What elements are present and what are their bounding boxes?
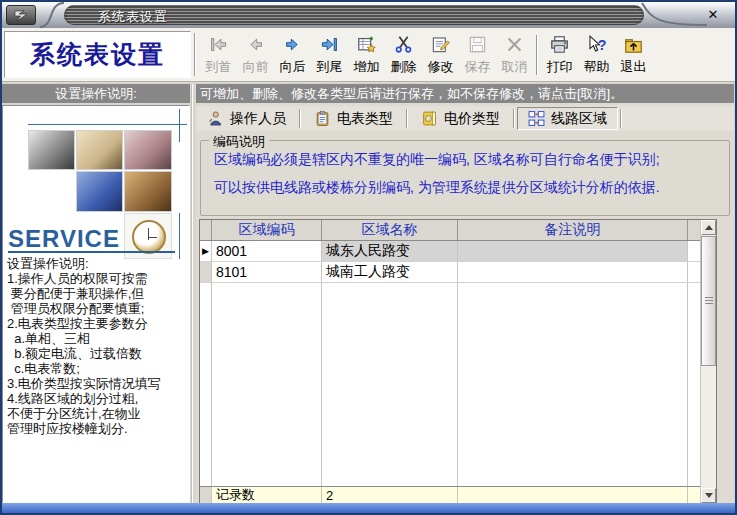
cell-area-name: 城东人民路变 <box>322 241 458 261</box>
cell-area-note <box>458 241 688 261</box>
tab-line-areas[interactable]: 线路区域 <box>517 107 618 130</box>
decor-line <box>28 124 187 125</box>
toolbar-button-print[interactable]: 打印 <box>541 30 578 80</box>
toolbar-button-label: 保存 <box>465 58 491 76</box>
toolbar-button-add[interactable]: 增加 <box>348 30 385 80</box>
row-indicator: ▶ <box>200 241 212 261</box>
tab-separator <box>406 109 408 128</box>
sidebar-header-text: 设置操作说明: <box>55 85 137 103</box>
app-logo-icon <box>6 5 36 25</box>
toolbar-button-prev[interactable]: 向前 <box>237 30 274 80</box>
window-title: 系统表设置 <box>98 8 168 26</box>
row-indicator: ▶ <box>200 262 212 282</box>
toolbar-button-save[interactable]: 保存 <box>459 30 496 80</box>
toolbar-button-delete[interactable]: 删除 <box>385 30 422 80</box>
scroll-down-icon <box>705 493 713 498</box>
toolbar-button-first[interactable]: 到首 <box>200 30 237 80</box>
tab-separator <box>299 109 301 128</box>
empty-gutter <box>200 283 212 486</box>
groupbox-line2: 可以按供电线路或楼栋分别编码, 为管理系统提供分区域统计分析的依据. <box>214 179 729 197</box>
window-bottom-strip <box>2 503 735 513</box>
edit-icon <box>430 35 451 57</box>
area-grid: 区域编码 区域名称 备注说明 ▶ 8001 城东人民路变 ▶ 8101 城南工人… <box>199 219 717 504</box>
close-icon: ✕ <box>708 7 719 22</box>
decor-line <box>179 109 180 142</box>
toolbar-button-edit[interactable]: 修改 <box>422 30 459 80</box>
scrollbar-grip-icon <box>705 297 713 305</box>
record-count-value: 2 <box>322 487 458 503</box>
panel-divider <box>191 84 193 503</box>
sidebar-header-bar: 设置操作说明: <box>2 84 190 103</box>
toolbar-button-help[interactable]: ? 帮助 <box>578 30 615 80</box>
empty-cell <box>458 283 688 486</box>
tab-separator <box>513 109 515 128</box>
footer-gutter <box>200 487 212 503</box>
tab-label: 电价类型 <box>444 110 500 128</box>
toolbar-separator <box>536 35 538 75</box>
grid-empty-area <box>200 283 716 486</box>
tab-price-types[interactable]: 电价类型 <box>410 107 511 130</box>
next-icon <box>282 35 303 57</box>
cell-area-code: 8001 <box>212 241 322 261</box>
sidebar: SERVICE 设置操作说明: 1.操作人员的权限可按需 要分配便于兼职操作,但… <box>2 105 190 503</box>
scroll-up-icon <box>705 225 713 230</box>
toolbar-button-label: 删除 <box>391 58 417 76</box>
meter-type-icon <box>314 110 331 127</box>
grid-header-row: 区域编码 区域名称 备注说明 <box>200 220 716 241</box>
help-icon: ? <box>586 35 607 57</box>
cell-area-note <box>458 262 688 282</box>
toolbar-button-label: 打印 <box>547 58 573 76</box>
delete-scissors-icon <box>393 35 414 57</box>
exit-icon <box>623 35 644 57</box>
photo-tools <box>28 130 75 170</box>
notice-bar: 可增加、删除、修改各类型后请进行保存，如不保存修改，请点击[取消]。 <box>196 84 734 103</box>
toolbar-buttons: 到首 向前 向后 到尾 增加 <box>200 30 652 80</box>
price-type-icon <box>421 110 438 127</box>
toolbar-button-exit[interactable]: 退出 <box>615 30 652 80</box>
service-brand-text: SERVICE <box>8 225 175 253</box>
toolbar-button-last[interactable]: 到尾 <box>311 30 348 80</box>
toolbar-button-cancel[interactable]: 取消 <box>496 30 533 80</box>
save-icon <box>467 35 488 57</box>
toolbar-button-next[interactable]: 向后 <box>274 30 311 80</box>
toolbar-separator <box>194 33 196 76</box>
app-title: 系统表设置 <box>30 38 165 71</box>
groupbox-line1: 区域编码必须是辖区内不重复的唯一编码, 区域名称可自行命名便于识别; <box>214 151 729 169</box>
help-question-glyph: ? <box>598 36 607 52</box>
toolbar-button-label: 到尾 <box>317 58 343 76</box>
table-row[interactable]: ▶ 8101 城南工人路变 <box>200 262 716 283</box>
toolbar: 系统表设置 到首 向前 向后 到尾 <box>2 28 735 82</box>
close-button[interactable]: ✕ <box>703 6 723 23</box>
sidebar-instructions: 设置操作说明: 1.操作人员的权限可按需 要分配便于兼职操作,但 管理员权限分配… <box>7 256 188 436</box>
photo-instruments <box>124 130 172 170</box>
tab-separator <box>620 109 622 128</box>
toolbar-button-label: 到首 <box>206 58 232 76</box>
cell-area-name: 城南工人路变 <box>322 262 458 282</box>
photo-leather <box>124 171 172 212</box>
print-icon <box>549 35 570 57</box>
notice-text: 可增加、删除、修改各类型后请进行保存，如不保存修改，请点击[取消]。 <box>200 85 623 103</box>
photo-keyboard <box>76 171 123 212</box>
prev-icon <box>245 35 266 57</box>
toolbar-button-label: 向前 <box>243 58 269 76</box>
column-header-code: 区域编码 <box>212 220 322 240</box>
footer-empty-cell <box>458 487 688 503</box>
vertical-scrollbar[interactable] <box>700 220 716 503</box>
record-count-label: 记录数 <box>212 487 322 503</box>
toolbar-button-label: 帮助 <box>584 58 610 76</box>
tab-label: 操作人员 <box>230 110 286 128</box>
scroll-up-button[interactable] <box>701 220 716 235</box>
scroll-down-button[interactable] <box>701 488 716 503</box>
column-header-name: 区域名称 <box>322 220 458 240</box>
operator-icon <box>207 110 224 127</box>
toolbar-button-label: 向后 <box>280 58 306 76</box>
first-icon <box>208 35 229 57</box>
toolbar-button-label: 修改 <box>428 58 454 76</box>
cell-area-code: 8101 <box>212 262 322 282</box>
table-row[interactable]: ▶ 8001 城东人民路变 <box>200 241 716 262</box>
scrollbar-thumb[interactable] <box>701 236 716 366</box>
cancel-icon <box>504 35 525 57</box>
tab-meter-types[interactable]: 电表类型 <box>303 107 404 130</box>
toolbar-button-label: 增加 <box>354 58 380 76</box>
tab-operators[interactable]: 操作人员 <box>196 107 297 130</box>
